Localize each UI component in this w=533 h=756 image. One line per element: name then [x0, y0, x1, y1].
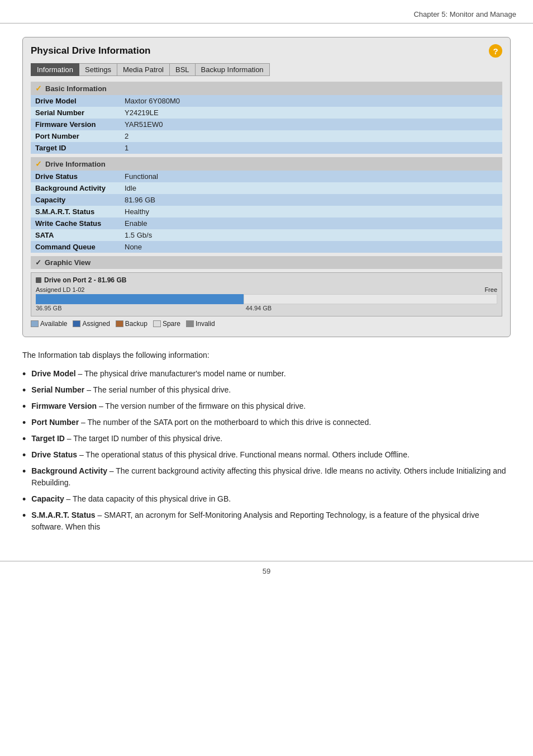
legend-item: Backup	[116, 320, 147, 328]
legend-item: Available	[31, 320, 67, 328]
chapter-label: Chapter 5: Monitor and Manage	[413, 10, 516, 18]
drive-bar-label: Drive on Port 2 - 81.96 GB	[44, 276, 126, 284]
free-size: 44.94 GB	[244, 305, 497, 311]
bullet-text: Drive Status – The operational status of…	[31, 449, 410, 461]
legend-label: Backup	[125, 320, 147, 328]
legend-label: Available	[40, 320, 67, 328]
basic-information-title: Basic Information	[45, 84, 107, 93]
drive-information-header: ✓ Drive Information	[31, 157, 502, 171]
tab-backup-information[interactable]: Backup Information	[196, 63, 270, 76]
row-value: Healthy	[120, 206, 502, 218]
row-label: Command Queue	[31, 241, 120, 253]
row-label: Target ID	[31, 142, 120, 154]
legend-color-box	[116, 320, 123, 327]
bullet-text: S.M.A.R.T. Status – SMART, an acronym fo…	[31, 509, 511, 533]
bullet-dot: •	[22, 385, 26, 395]
row-label: Port Number	[31, 130, 120, 142]
bullet-text: Firmware Version – The version number of…	[31, 400, 306, 412]
basic-information-header: ✓ Basic Information	[31, 82, 502, 95]
legend-item: Invalid	[186, 320, 215, 328]
table-row: Serial NumberY24219LE	[31, 107, 502, 119]
page-number: 59	[263, 567, 270, 575]
intro-text: The Information tab displays the followi…	[22, 349, 511, 361]
row-label: Firmware Version	[31, 119, 120, 130]
list-item: •Drive Status – The operational status o…	[22, 449, 511, 461]
table-row: SATA1.5 Gb/s	[31, 229, 502, 241]
graphic-arrow-icon: ✓	[35, 258, 41, 267]
table-row: S.M.A.R.T. StatusHealthy	[31, 206, 502, 218]
help-button[interactable]: ?	[489, 44, 502, 58]
list-item: •Port Number – The number of the SATA po…	[22, 417, 511, 428]
row-value: 2	[120, 130, 502, 142]
bar-labels: Assigned LD 1-02 Free	[36, 286, 497, 293]
bullet-text: Serial Number – The serial number of thi…	[31, 384, 231, 396]
list-item: •Background Activity – The current backg…	[22, 465, 511, 489]
graphic-view-section: ✓ Graphic View Drive on Port 2 - 81.96 G…	[31, 256, 502, 328]
bullet-dot: •	[22, 418, 26, 428]
row-label: Write Cache Status	[31, 218, 120, 229]
basic-arrow-icon: ✓	[35, 84, 42, 93]
row-label: Drive Model	[31, 95, 120, 107]
legend-label: Spare	[163, 320, 180, 328]
table-row: Command QueueNone	[31, 241, 502, 253]
table-row: Drive StatusFunctional	[31, 171, 502, 182]
row-label: SATA	[31, 229, 120, 241]
row-value: Enable	[120, 218, 502, 229]
bullet-text: Target ID – The target ID number of this…	[31, 433, 222, 445]
table-row: Background ActivityIdle	[31, 182, 502, 194]
tab-settings[interactable]: Settings	[79, 63, 117, 76]
drive-bar-container: Drive on Port 2 - 81.96 GB Assigned LD 1…	[31, 272, 502, 316]
bullet-dot: •	[22, 450, 26, 460]
legend-color-box	[186, 320, 194, 327]
tab-information[interactable]: Information	[31, 63, 79, 76]
row-value: 1	[120, 142, 502, 154]
row-value: YAR51EW0	[120, 119, 502, 130]
bullet-text: Background Activity – The current backgr…	[31, 465, 511, 489]
table-row: Firmware VersionYAR51EW0	[31, 119, 502, 130]
drive-icon	[36, 277, 41, 283]
row-label: Drive Status	[31, 171, 120, 182]
list-item: •S.M.A.R.T. Status – SMART, an acronym f…	[22, 509, 511, 533]
bar-free	[244, 294, 497, 304]
graphic-view-title: Graphic View	[45, 258, 91, 267]
basic-info-table: Drive ModelMaxtor 6Y080M0Serial NumberY2…	[31, 95, 502, 154]
row-value: Functional	[120, 171, 502, 182]
bullet-list: •Drive Model – The physical drive manufa…	[22, 368, 511, 533]
free-label: Free	[484, 286, 497, 293]
bullet-text: Drive Model – The physical drive manufac…	[31, 368, 285, 380]
row-value: Idle	[120, 182, 502, 194]
table-row: Port Number2	[31, 130, 502, 142]
assigned-label: Assigned LD 1-02	[36, 286, 84, 293]
list-item: •Target ID – The target ID number of thi…	[22, 433, 511, 445]
table-row: Write Cache StatusEnable	[31, 218, 502, 229]
bullet-dot: •	[22, 494, 26, 504]
bullet-text: Capacity – The data capacity of this phy…	[31, 493, 231, 505]
page-footer: 59	[0, 561, 533, 581]
dialog-title-bar: Physical Drive Information ?	[31, 44, 502, 58]
bullet-dot: •	[22, 466, 26, 476]
row-value: 1.5 Gb/s	[120, 229, 502, 241]
bullet-dot: •	[22, 401, 26, 412]
list-item: •Capacity – The data capacity of this ph…	[22, 493, 511, 505]
bullet-dot: •	[22, 511, 26, 521]
bullet-dot: •	[22, 369, 26, 379]
assigned-size: 36.95 GB	[36, 305, 244, 311]
tab-bsl[interactable]: BSL	[170, 63, 196, 76]
main-content: Physical Drive Information ? Information…	[0, 23, 533, 550]
row-label: Serial Number	[31, 107, 120, 119]
row-label: Capacity	[31, 194, 120, 206]
bullet-dot: •	[22, 434, 26, 444]
dialog-title: Physical Drive Information	[31, 45, 150, 56]
bar-assigned	[36, 294, 244, 304]
bar-visual	[36, 294, 497, 304]
page-header: Chapter 5: Monitor and Manage	[0, 0, 533, 23]
list-item: •Drive Model – The physical drive manufa…	[22, 368, 511, 380]
table-row: Capacity81.96 GB	[31, 194, 502, 206]
drive-bar-title: Drive on Port 2 - 81.96 GB	[36, 276, 497, 284]
drive-info-table: Drive StatusFunctionalBackground Activit…	[31, 171, 502, 253]
bullet-text: Port Number – The number of the SATA por…	[31, 417, 371, 428]
row-value: Maxtor 6Y080M0	[120, 95, 502, 107]
legend-color-box	[153, 320, 161, 327]
list-item: •Firmware Version – The version number o…	[22, 400, 511, 412]
tab-media-patrol[interactable]: Media Patrol	[117, 63, 170, 76]
